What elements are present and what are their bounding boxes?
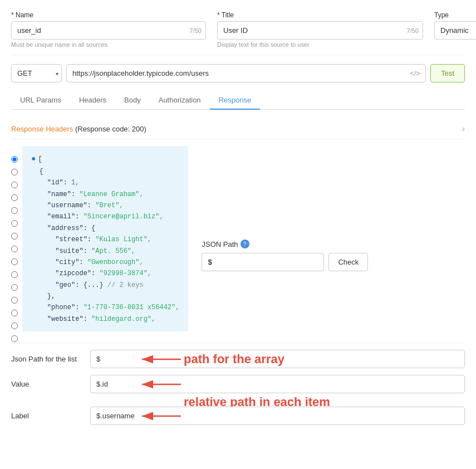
- label-input-wrap: [90, 407, 465, 425]
- tabs-bar: URL Params Headers Body Authorization Re…: [11, 91, 465, 110]
- json-line-1: {: [31, 166, 179, 177]
- json-path-row: Check: [202, 253, 368, 271]
- json-radio-3[interactable]: [11, 194, 18, 201]
- json-radio-4[interactable]: [11, 207, 18, 214]
- response-headers-row[interactable]: Response Headers (Response code: 200) ›: [11, 119, 465, 139]
- response-label-response: Response Headers: [11, 125, 73, 133]
- json-line-0: ●[: [31, 153, 179, 166]
- value-label: Value: [11, 380, 84, 388]
- json-line-5: "email": "Sincere@april.biz",: [31, 211, 179, 222]
- test-button[interactable]: Test: [430, 64, 465, 82]
- response-code-label: (Response code: 200): [75, 125, 146, 133]
- json-radio-5[interactable]: [11, 220, 18, 227]
- value-field-row: Value relative path in each item: [11, 375, 465, 393]
- json-path-list-input-wrap: [90, 350, 465, 368]
- divider-2: [11, 343, 465, 343]
- json-radio-13[interactable]: [11, 323, 18, 329]
- json-radio-12[interactable]: [11, 310, 18, 316]
- json-line-11: "geo": {...} // 2 keys: [31, 280, 179, 291]
- type-field-group: Type Dynamic Static ▾: [434, 11, 476, 48]
- value-input-wrap: [90, 375, 465, 393]
- code-icon[interactable]: </>: [410, 69, 420, 77]
- json-radio-7[interactable]: [11, 246, 18, 252]
- value-input[interactable]: [90, 375, 465, 393]
- url-row: GET POST PUT DELETE ▾ </> Test: [11, 64, 465, 82]
- json-line-7: "street": "Kulas Light",: [31, 234, 179, 245]
- json-radio-10[interactable]: [11, 284, 18, 291]
- json-path-help-icon[interactable]: ?: [241, 240, 249, 248]
- url-input-wrap: </>: [66, 64, 426, 82]
- type-label: Type: [434, 11, 476, 19]
- divider-1: [11, 55, 465, 55]
- json-radio-0[interactable]: [11, 156, 18, 163]
- name-input[interactable]: [11, 21, 206, 40]
- json-path-list-input[interactable]: [90, 350, 465, 368]
- json-line-4: "username": "Bret",: [31, 200, 179, 211]
- method-select[interactable]: GET POST PUT DELETE: [11, 64, 62, 82]
- json-radio-1[interactable]: [11, 169, 18, 175]
- method-select-wrap: GET POST PUT DELETE ▾: [11, 64, 62, 82]
- json-radio-14[interactable]: [11, 335, 18, 342]
- tab-authorization[interactable]: Authorization: [150, 91, 210, 110]
- json-panel: ●[ { "id": 1, "name": "Leanne Graham", "…: [11, 146, 465, 331]
- tab-response[interactable]: Response: [210, 91, 261, 110]
- json-line-2: "id": 1,: [31, 177, 179, 188]
- label-label: Label: [11, 412, 84, 420]
- name-label: * Name: [11, 11, 206, 19]
- name-char-count: 7/50: [190, 27, 202, 34]
- tab-url-params[interactable]: URL Params: [11, 91, 70, 110]
- label-input[interactable]: [90, 407, 465, 425]
- tab-body[interactable]: Body: [115, 91, 150, 110]
- json-path-input[interactable]: [202, 253, 324, 271]
- json-line-6: "address": {: [31, 223, 179, 234]
- tab-headers[interactable]: Headers: [70, 91, 115, 110]
- json-path-label: JSON Path ?: [202, 240, 368, 248]
- json-radio-9[interactable]: [11, 271, 18, 278]
- check-button[interactable]: Check: [328, 253, 368, 271]
- title-hint: Display text for this source to user: [217, 41, 423, 48]
- response-headers-label: Response Headers (Response code: 200): [11, 125, 146, 133]
- json-line-14: "website": "hildegard.org",: [31, 314, 179, 325]
- title-label: * Title: [217, 11, 423, 19]
- json-line-9: "city": "Gwenborough",: [31, 257, 179, 268]
- title-field-group: * Title 7/50 Display text for this sourc…: [217, 11, 423, 48]
- label-field-row: Label: [11, 407, 465, 425]
- json-line-10: "zipcode": "92998-3874",: [31, 268, 179, 279]
- json-radio-6[interactable]: [11, 233, 18, 240]
- title-input[interactable]: [217, 21, 423, 40]
- json-line-3: "name": "Leanne Graham",: [31, 189, 179, 200]
- json-path-list-row: Json Path for the list path for the arra…: [11, 350, 465, 368]
- json-line-8: "suite": "Apt. 556",: [31, 246, 179, 257]
- json-tree: ●[ { "id": 1, "name": "Leanne Graham", "…: [22, 146, 188, 331]
- json-radio-11[interactable]: [11, 297, 18, 304]
- json-path-list-label: Json Path for the list: [11, 355, 84, 363]
- response-headers-chevron-icon: ›: [462, 124, 465, 133]
- name-hint: Must be unique name in all sources: [11, 41, 206, 48]
- json-line-12: },: [31, 291, 179, 302]
- type-select[interactable]: Dynamic Static: [434, 21, 476, 40]
- name-field-group: * Name 7/50 Must be unique name in all s…: [11, 11, 206, 48]
- json-bullet: ●: [31, 153, 36, 166]
- json-radio-2[interactable]: [11, 182, 18, 188]
- title-char-count: 7/50: [407, 27, 419, 34]
- json-radio-8[interactable]: [11, 258, 18, 265]
- bottom-fields: Json Path for the list path for the arra…: [11, 350, 465, 425]
- url-input[interactable]: [66, 64, 426, 82]
- json-line-13: "phone": "1-770-736-8031 x56442",: [31, 302, 179, 313]
- json-path-panel: JSON Path ? Check: [202, 146, 368, 331]
- json-path-text: JSON Path: [202, 240, 238, 248]
